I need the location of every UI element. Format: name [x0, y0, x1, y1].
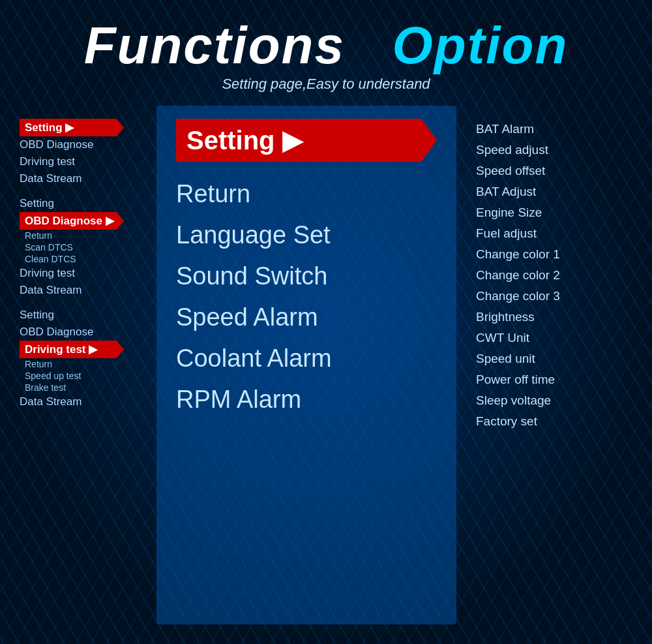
right-panel: BAT Alarm Speed adjust Speed offset BAT …	[456, 106, 652, 624]
middle-item-coolant[interactable]: Coolant Alarm	[176, 338, 437, 379]
middle-panel: Setting ▶ Return Language Set Sound Swit…	[156, 106, 456, 624]
left-item-setting-2[interactable]: Setting	[20, 195, 143, 212]
left-item-speedup-3[interactable]: Speed up test	[20, 370, 143, 382]
left-item-data-3[interactable]: Data Stream	[20, 393, 143, 410]
left-item-setting-1[interactable]: Setting ▶	[20, 119, 124, 136]
left-item-brake-3[interactable]: Brake test	[20, 382, 143, 393]
left-item-obd-2[interactable]: OBD Diagnose ▶	[20, 212, 124, 230]
left-group-2: Setting OBD Diagnose ▶ Return Scan DTCS …	[20, 195, 143, 299]
left-item-obd-3[interactable]: OBD Diagnose	[20, 324, 143, 341]
right-item-cwt-unit[interactable]: CWT Unit	[476, 328, 639, 348]
middle-item-sound[interactable]: Sound Switch	[176, 256, 437, 297]
right-item-speed-adjust[interactable]: Speed adjust	[476, 140, 639, 161]
middle-item-rpm[interactable]: RPM Alarm	[176, 379, 437, 420]
right-item-bat-adjust[interactable]: BAT Adjust	[476, 181, 639, 202]
right-item-engine-size[interactable]: Engine Size	[476, 202, 639, 223]
left-item-return-3[interactable]: Return	[20, 358, 143, 370]
left-item-scan-2[interactable]: Scan DTCS	[20, 241, 143, 253]
panels-container: Setting ▶ OBD Diagnose Driving test Data…	[0, 99, 652, 644]
left-group-1: Setting ▶ OBD Diagnose Driving test Data…	[20, 119, 143, 187]
title-option: Option	[393, 16, 569, 74]
left-item-return-2[interactable]: Return	[20, 230, 143, 241]
right-item-brightness[interactable]: Brightness	[476, 307, 639, 328]
middle-item-language[interactable]: Language Set	[176, 215, 437, 256]
left-item-driving-2[interactable]: Driving test	[20, 265, 143, 282]
left-panel: Setting ▶ OBD Diagnose Driving test Data…	[0, 106, 156, 624]
left-item-driving-1[interactable]: Driving test	[20, 153, 143, 170]
right-item-change-color-3[interactable]: Change color 3	[476, 286, 639, 307]
middle-selected[interactable]: Setting ▶	[176, 119, 437, 162]
right-item-bat-alarm[interactable]: BAT Alarm	[476, 119, 639, 140]
subtitle: Setting page,Easy to understand	[84, 76, 569, 93]
left-item-obd-1[interactable]: OBD Diagnose	[20, 136, 143, 153]
header: Functions Option Setting page,Easy to un…	[71, 0, 582, 99]
left-item-data-1[interactable]: Data Stream	[20, 170, 143, 187]
left-item-driving-3[interactable]: Driving test ▶	[20, 341, 124, 358]
title-functions: Functions	[84, 16, 345, 74]
left-item-setting-3[interactable]: Setting	[20, 307, 143, 324]
left-item-data-2[interactable]: Data Stream	[20, 282, 143, 299]
main-title: Functions Option	[84, 20, 569, 72]
right-item-speed-offset[interactable]: Speed offset	[476, 161, 639, 181]
middle-item-speed-alarm[interactable]: Speed Alarm	[176, 297, 437, 338]
right-item-power-off[interactable]: Power off time	[476, 369, 639, 390]
middle-item-return[interactable]: Return	[176, 174, 437, 215]
right-item-factory-set[interactable]: Factory set	[476, 411, 639, 432]
right-item-fuel-adjust[interactable]: Fuel adjust	[476, 223, 639, 244]
left-item-clean-2[interactable]: Clean DTCS	[20, 253, 143, 265]
right-item-sleep-voltage[interactable]: Sleep voltage	[476, 390, 639, 411]
left-group-3: Setting OBD Diagnose Driving test ▶ Retu…	[20, 307, 143, 410]
right-item-change-color-2[interactable]: Change color 2	[476, 265, 639, 286]
right-item-speed-unit[interactable]: Speed unit	[476, 348, 639, 369]
right-item-change-color-1[interactable]: Change color 1	[476, 244, 639, 265]
